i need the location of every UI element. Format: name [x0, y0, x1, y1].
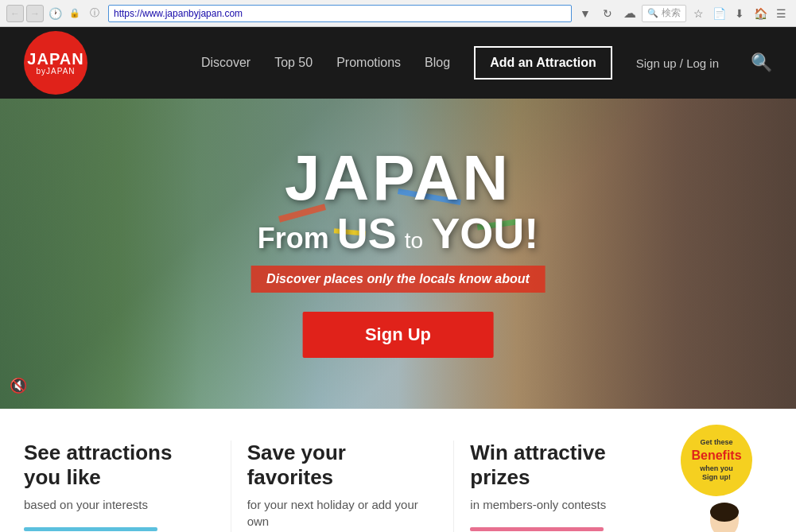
- hero-title-us: US: [337, 208, 397, 258]
- feature-save-favorites: Save your favorites for your next holida…: [247, 441, 455, 532]
- navbar: JAPAN byJAPAN Discover Top 50 Promotions…: [0, 27, 796, 99]
- home-icon[interactable]: 🏠: [751, 5, 769, 22]
- hero-subtitle: Discover places only the locals know abo…: [266, 272, 530, 285]
- search-bar[interactable]: 🔍 検索: [642, 5, 686, 22]
- cloud-icon[interactable]: ☁: [621, 5, 639, 22]
- logo-text-byjapan: byJAPAN: [36, 67, 75, 76]
- signup-login-link[interactable]: Sign up / Log in: [636, 56, 719, 70]
- feature3-subtitle: in members-only contests: [470, 496, 661, 513]
- feature1-bar: [24, 527, 157, 531]
- hero-section: JAPAN From US to YOU! Discover places on…: [0, 99, 796, 409]
- hero-title-to: to: [405, 228, 423, 254]
- mute-button[interactable]: 🔇: [10, 377, 27, 394]
- feature-see-attractions: See attractions you like based on your i…: [24, 441, 231, 532]
- hero-title-you: YOU!: [431, 208, 538, 258]
- nav-top50[interactable]: Top 50: [274, 56, 313, 70]
- features-section: See attractions you like based on your i…: [0, 409, 796, 532]
- hero-title-from: From: [258, 222, 329, 255]
- promo-bubble: Get these Benefits when you Sign up!: [681, 425, 752, 496]
- feature2-subtitle: for your next holiday or add your own: [247, 496, 438, 530]
- forward-button[interactable]: →: [26, 5, 44, 22]
- search-placeholder: 検索: [662, 6, 681, 20]
- logo[interactable]: JAPAN byJAPAN: [24, 31, 87, 95]
- promo-get: Get these: [700, 438, 732, 448]
- feature3-bar: [470, 527, 604, 531]
- feature1-subtitle: based on your interests: [24, 496, 215, 513]
- search-icon: 🔍: [647, 8, 658, 18]
- reading-icon[interactable]: 📄: [710, 5, 728, 22]
- url-bar[interactable]: https://www.japanbyjapan.com: [108, 5, 572, 22]
- promo-area: Get these Benefits when you Sign up!: [645, 425, 788, 532]
- dropdown-arrow[interactable]: ▼: [577, 5, 594, 22]
- hero-title-japan: JAPAN: [285, 142, 511, 213]
- nav-discover[interactable]: Discover: [201, 56, 250, 70]
- person-illustration: [677, 500, 756, 532]
- feature1-title: See attractions you like: [24, 441, 215, 490]
- back-button[interactable]: ←: [6, 5, 24, 22]
- add-attraction-button[interactable]: Add an Attraction: [474, 46, 612, 80]
- hero-signup-button[interactable]: Sign Up: [302, 312, 493, 358]
- bookmark-star-icon[interactable]: ☆: [689, 5, 707, 22]
- nav-promotions[interactable]: Promotions: [336, 56, 401, 70]
- pocket-icon[interactable]: ⬇: [731, 5, 748, 22]
- history-button[interactable]: 🕐: [46, 5, 64, 22]
- feature3-title: Win attractive prizes: [470, 441, 661, 490]
- hero-content: JAPAN From US to YOU! Discover places on…: [250, 150, 546, 358]
- hero-subtitle-box: Discover places only the locals know abo…: [250, 266, 546, 293]
- security-icon: 🔒: [66, 5, 83, 22]
- browser-chrome: ← → 🕐 🔒 ⓘ https://www.japanbyjapan.com ▼…: [0, 0, 796, 27]
- nav-links: Discover Top 50 Promotions Blog Add an A…: [201, 46, 772, 80]
- logo-text-japan: JAPAN: [27, 51, 83, 67]
- promo-when: when you: [700, 464, 733, 474]
- search-icon[interactable]: 🔍: [751, 52, 772, 73]
- svg-point-5: [710, 503, 739, 522]
- info-icon: ⓘ: [86, 5, 103, 22]
- reload-button[interactable]: ↻: [599, 5, 616, 22]
- nav-blog[interactable]: Blog: [425, 56, 450, 70]
- promo-signup: Sign up!: [702, 473, 731, 483]
- feature2-title: Save your favorites: [247, 441, 438, 490]
- promo-benefits: Benefits: [691, 448, 741, 464]
- menu-icon[interactable]: ☰: [772, 5, 790, 22]
